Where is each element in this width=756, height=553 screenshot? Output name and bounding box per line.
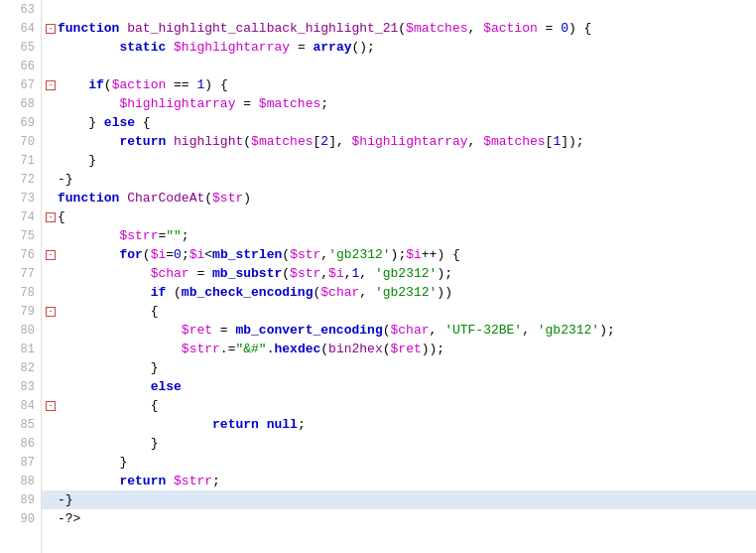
code-line-82: } (42, 358, 756, 377)
fold-button-76[interactable]: - (46, 250, 56, 260)
line-num-86: 86 (0, 434, 41, 453)
line-num-73: 73 (0, 189, 41, 207)
code-line-63 (42, 0, 756, 19)
line-num-89: 89 (0, 490, 41, 509)
line-num-65: 65 (0, 38, 41, 57)
line-num-84: 84 (0, 396, 41, 415)
fold-button-84[interactable]: - (46, 401, 56, 411)
code-line-73: function CharCodeAt($str) (42, 189, 756, 207)
line-num-79: 79 (0, 302, 41, 321)
code-line-87: } (42, 453, 756, 472)
code-line-67: - if($action == 1) { (42, 75, 756, 94)
line-num-70: 70 (0, 132, 41, 151)
line-num-81: 81 (0, 340, 41, 358)
code-line-80: $ret = mb_convert_encoding($char, 'UTF-3… (42, 321, 756, 340)
code-line-79: - { (42, 302, 756, 321)
code-line-72: -} (42, 170, 756, 189)
code-line-69: } else { (42, 113, 756, 132)
code-line-84: - { (42, 396, 756, 415)
code-line-64: - function bat_highlight_callback_highli… (42, 19, 756, 38)
line-num-63: 63 (0, 0, 41, 19)
line-num-71: 71 (0, 151, 41, 170)
code-line-90: -?> (42, 509, 756, 528)
fold-button-67[interactable]: - (46, 80, 56, 90)
line-num-80: 80 (0, 321, 41, 340)
code-line-75: $strr=""; (42, 226, 756, 245)
line-num-76: 76 (0, 245, 41, 264)
line-num-77: 77 (0, 264, 41, 283)
code-line-65: static $highlightarray = array(); (42, 38, 756, 57)
line-num-83: 83 (0, 377, 41, 396)
code-line-76: - for($i=0;$i<mb_strlen($str,'gb2312');$… (42, 245, 756, 264)
fold-button-79[interactable]: - (46, 307, 56, 317)
code-line-77: $char = mb_substr($str,$i,1, 'gb2312'); (42, 264, 756, 283)
code-line-66 (42, 57, 756, 75)
line-num-69: 69 (0, 113, 41, 132)
line-num-74: 74 (0, 207, 41, 226)
line-num-67: 67 (0, 75, 41, 94)
line-num-88: 88 (0, 472, 41, 490)
code-line-86: } (42, 434, 756, 453)
code-line-74: - { (42, 207, 756, 226)
code-editor: 63 64 65 66 67 68 69 70 71 72 73 74 75 7… (0, 0, 756, 553)
code-line-81: $strr.="&#".hexdec(bin2hex($ret)); (42, 340, 756, 358)
line-num-75: 75 (0, 226, 41, 245)
code-content: - function bat_highlight_callback_highli… (42, 0, 756, 553)
line-num-72: 72 (0, 170, 41, 189)
line-num-82: 82 (0, 358, 41, 377)
code-line-89: -} (42, 490, 756, 509)
line-numbers: 63 64 65 66 67 68 69 70 71 72 73 74 75 7… (0, 0, 42, 553)
line-num-66: 66 (0, 57, 41, 75)
line-num-90: 90 (0, 509, 41, 528)
code-line-78: if (mb_check_encoding($char, 'gb2312')) (42, 283, 756, 302)
line-num-68: 68 (0, 94, 41, 113)
line-num-85: 85 (0, 415, 41, 434)
line-num-78: 78 (0, 283, 41, 302)
line-num-64: 64 (0, 19, 41, 38)
code-line-71: } (42, 151, 756, 170)
code-line-68: $highlightarray = $matches; (42, 94, 756, 113)
line-num-87: 87 (0, 453, 41, 472)
fold-button-64[interactable]: - (46, 24, 56, 34)
code-line-83: else (42, 377, 756, 396)
code-line-85: return null; (42, 415, 756, 434)
fold-button-74[interactable]: - (46, 212, 56, 222)
code-line-88: return $strr; (42, 472, 756, 490)
code-line-70: return highlight($matches[2], $highlight… (42, 132, 756, 151)
